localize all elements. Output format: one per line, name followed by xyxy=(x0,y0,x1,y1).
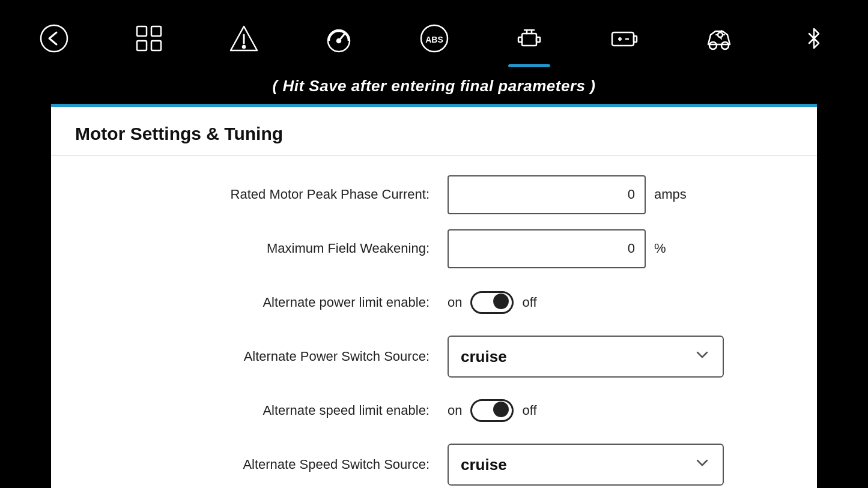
label-rated-motor: Rated Motor Peak Phase Current: xyxy=(87,187,448,202)
label-power-source: Alternate Power Switch Source: xyxy=(87,349,448,364)
svg-text:ABS: ABS xyxy=(425,35,443,44)
toggle-group-speed-limit: on off xyxy=(448,399,537,422)
svg-rect-20 xyxy=(634,36,637,42)
form-row-rated-motor: Rated Motor Peak Phase Current: amps xyxy=(87,173,781,215)
subtitle: ( Hit Save after entering final paramete… xyxy=(0,66,868,104)
input-rated-motor[interactable] xyxy=(448,175,646,214)
control-power-source: cruise xyxy=(448,336,724,378)
svg-point-7 xyxy=(243,46,245,48)
toggle-speed-limit[interactable] xyxy=(470,399,514,422)
dropdown-power-source-value: cruise xyxy=(461,348,507,366)
warning-icon[interactable] xyxy=(226,20,262,56)
unit-field-weakening: % xyxy=(654,241,666,256)
main-panel: Motor Settings & Tuning Rated Motor Peak… xyxy=(51,104,817,488)
toggle-on-label-speed: on xyxy=(448,403,462,418)
control-rated-motor: amps xyxy=(448,175,687,214)
toggle-off-label-power: off xyxy=(522,295,536,310)
label-speed-limit: Alternate speed limit enable: xyxy=(87,403,448,418)
unit-rated-motor: amps xyxy=(654,187,687,202)
top-nav: ABS xyxy=(0,0,868,66)
control-speed-limit: on off xyxy=(448,399,537,422)
toggle-power-limit[interactable] xyxy=(470,291,514,314)
label-power-limit: Alternate power limit enable: xyxy=(87,295,448,310)
control-field-weakening: % xyxy=(448,229,666,268)
toggle-thumb-power xyxy=(493,294,509,309)
vehicle-settings-icon[interactable] xyxy=(701,20,737,56)
dropdown-speed-source-value: cruise xyxy=(461,456,507,474)
svg-rect-13 xyxy=(522,34,536,46)
toggle-group-power-limit: on off xyxy=(448,291,537,314)
toggle-thumb-speed xyxy=(493,402,509,417)
dropdown-power-source[interactable]: cruise xyxy=(448,336,724,378)
dropdown-speed-source[interactable]: cruise xyxy=(448,444,724,486)
control-speed-source: cruise xyxy=(448,444,724,486)
chevron-down-icon-speed xyxy=(694,454,711,475)
svg-point-10 xyxy=(337,39,341,43)
input-field-weakening[interactable] xyxy=(448,229,646,268)
form-row-field-weakening: Maximum Field Weakening: % xyxy=(87,227,781,270)
form-row-power-source: Alternate Power Switch Source: cruise xyxy=(87,336,781,378)
svg-rect-1 xyxy=(137,26,147,36)
form-row-power-limit: Alternate power limit enable: on off xyxy=(87,282,781,324)
back-icon[interactable] xyxy=(36,20,72,56)
control-power-limit: on off xyxy=(448,291,537,314)
chevron-down-icon-power xyxy=(694,346,711,367)
svg-rect-2 xyxy=(151,26,161,36)
dashboard-icon[interactable] xyxy=(131,20,167,56)
toggle-off-label-speed: off xyxy=(522,403,536,418)
abs-icon[interactable]: ABS xyxy=(416,20,452,56)
form-row-speed-limit: Alternate speed limit enable: on off xyxy=(87,390,781,432)
panel-body: Rated Motor Peak Phase Current: amps Max… xyxy=(51,155,817,488)
svg-rect-14 xyxy=(518,37,522,42)
label-field-weakening: Maximum Field Weakening: xyxy=(87,241,448,256)
speedometer-icon[interactable] xyxy=(321,20,357,56)
svg-rect-15 xyxy=(536,37,540,42)
svg-point-24 xyxy=(709,42,717,49)
label-speed-source: Alternate Speed Switch Source: xyxy=(87,457,448,472)
form-row-speed-source: Alternate Speed Switch Source: cruise xyxy=(87,444,781,486)
svg-point-26 xyxy=(718,32,723,37)
svg-rect-19 xyxy=(612,32,634,46)
bluetooth-icon[interactable] xyxy=(796,20,832,56)
battery-icon[interactable] xyxy=(606,20,642,56)
svg-rect-4 xyxy=(151,41,161,50)
panel-title: Motor Settings & Tuning xyxy=(51,107,817,155)
svg-point-25 xyxy=(721,42,729,49)
engine-icon[interactable] xyxy=(511,20,547,56)
svg-rect-3 xyxy=(137,41,147,50)
svg-point-0 xyxy=(41,25,67,52)
toggle-on-label-power: on xyxy=(448,295,462,310)
